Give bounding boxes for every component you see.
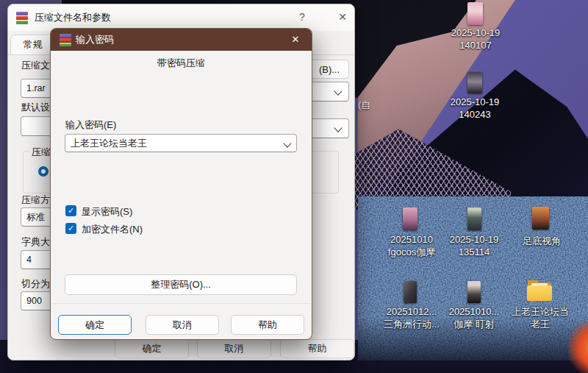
password-heading: 带密码压缩 (51, 57, 312, 70)
close-icon[interactable]: ✕ (331, 4, 354, 29)
checkbox-checked-icon[interactable]: ✓ (65, 223, 76, 234)
method-label: 压缩方 (21, 193, 50, 207)
icon-label: 2025-10-19 (432, 96, 517, 108)
help-button[interactable]: 帮助 (280, 339, 354, 358)
winrar-icon (15, 11, 29, 24)
cancel-button[interactable]: 取消 (197, 339, 271, 358)
organize-passwords-button[interactable]: 整理密码(O)... (65, 274, 297, 295)
password-input-label: 输入密码(E) (65, 118, 116, 132)
update-mode-combobox[interactable] (309, 118, 349, 138)
password-input[interactable]: 上老王论坛当老王 (65, 134, 297, 152)
icon-label: 老王 (498, 318, 583, 330)
dictionary-label: 字典大 (21, 235, 50, 249)
browse-button[interactable]: (B)... (309, 60, 349, 79)
photo-thumbnail-icon[interactable] (532, 207, 549, 230)
password-dialog-title: 输入密码 (76, 29, 114, 51)
format-combobox[interactable] (309, 82, 349, 102)
icon-label: 足底视角 (499, 235, 584, 247)
desktop: (自 2025-10-19 140107 2025-10-19 140243 2… (0, 0, 588, 373)
password-dialog: 输入密码 ✕ 带密码压缩 输入密码(E) 上老王论坛当老王 ✓ 显示密码(S) … (50, 28, 312, 340)
profile-label: 默认设 (21, 101, 50, 114)
winrar-icon (59, 33, 72, 46)
archive-dialog-title: 压缩文件名和参数 (35, 4, 111, 31)
password-dialog-titlebar[interactable]: 输入密码 ✕ (51, 29, 312, 51)
desktop-label-fragment: (自 (358, 99, 370, 112)
encrypt-names-label: 加密文件名(N) (82, 223, 143, 236)
cancel-button[interactable]: 取消 (146, 315, 219, 335)
icon-label: 上老王论坛当 (498, 305, 583, 318)
tab-general[interactable]: 常规 (10, 35, 55, 54)
ok-button[interactable]: 确定 (58, 315, 132, 335)
icon-label: 2025-10-19 (433, 26, 518, 39)
archive-name-label: 压缩文 (21, 59, 50, 72)
show-password-label: 显示密码(S) (82, 205, 132, 219)
photo-thumbnail-icon[interactable] (467, 207, 481, 230)
help-button[interactable]: 帮助 (231, 315, 304, 335)
photo-thumbnail-icon[interactable] (404, 281, 417, 303)
help-caption-button[interactable]: ? (291, 4, 313, 29)
photo-thumbnail-icon[interactable] (467, 2, 483, 25)
format-radio-selected[interactable] (38, 166, 49, 177)
icon-label: 140107 (433, 39, 518, 51)
checkbox-checked-icon[interactable]: ✓ (65, 205, 76, 216)
photo-thumbnail-icon[interactable] (467, 72, 482, 93)
footer-divider (51, 303, 311, 304)
split-label: 切分为 (21, 277, 50, 291)
icon-label: 140243 (432, 108, 517, 121)
photo-thumbnail-icon[interactable] (467, 281, 481, 303)
folder-icon-front (527, 285, 552, 301)
close-icon[interactable]: ✕ (285, 29, 306, 51)
photo-thumbnail-icon[interactable] (403, 207, 417, 230)
icon-label: 135114 (431, 246, 517, 258)
folder-icon[interactable] (526, 280, 553, 302)
archive-dialog-titlebar[interactable]: 压缩文件名和参数 ? ✕ (8, 4, 354, 31)
ok-button[interactable]: 确定 (115, 339, 189, 358)
